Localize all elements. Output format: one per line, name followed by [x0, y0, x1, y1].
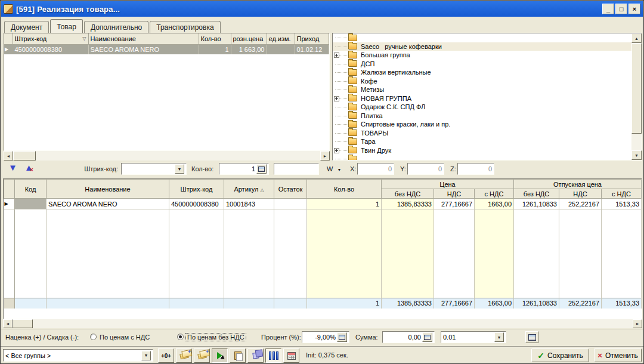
- tree-item[interactable]: Кофе: [333, 77, 631, 86]
- cell-stock[interactable]: [274, 199, 307, 209]
- cell-unit[interactable]: [267, 44, 295, 54]
- chevron-down-icon[interactable]: ▼: [141, 351, 151, 360]
- x-field[interactable]: 0: [357, 163, 394, 175]
- col-header-price-vat[interactable]: НДС: [434, 189, 475, 199]
- scroll-left-icon[interactable]: ◄: [4, 151, 13, 161]
- close-button[interactable]: ×: [628, 4, 640, 14]
- barcode-combo[interactable]: ▼: [121, 163, 187, 175]
- col-header-sale-withvat[interactable]: с НДС: [602, 189, 642, 199]
- col-header-qty[interactable]: Кол-во: [307, 180, 382, 199]
- col-header-price-withvat[interactable]: с НДС: [475, 189, 514, 199]
- tab-additional[interactable]: Дополнительно: [84, 21, 148, 33]
- tree-item[interactable]: Спиртовые краски, лаки и пр.: [333, 120, 631, 129]
- cell-barcode[interactable]: 4500000008380: [13, 44, 88, 54]
- maximize-button[interactable]: □: [615, 4, 627, 14]
- cell-qty[interactable]: 1: [307, 199, 382, 209]
- run-selection-button[interactable]: [212, 348, 228, 363]
- table-row[interactable]: ▶ 4500000008380 SAECO AROMA NERO 1 1 663…: [4, 44, 329, 54]
- expand-icon[interactable]: [334, 96, 339, 101]
- main-grid-hscrollbar[interactable]: ◄ ►: [3, 319, 642, 328]
- calculator-icon[interactable]: [337, 332, 347, 342]
- expand-icon[interactable]: [334, 53, 339, 58]
- qty-entry-field[interactable]: 1: [219, 163, 269, 175]
- add-item-alt-button[interactable]: +: [194, 348, 210, 363]
- scroll-down-icon[interactable]: ▼: [631, 150, 642, 160]
- cell-name[interactable]: SAECO AROMA NERO: [88, 44, 199, 54]
- chevron-down-icon[interactable]: ▼: [175, 164, 184, 174]
- col-header-sale-novat[interactable]: без НДС: [514, 189, 559, 199]
- filter-set-icon[interactable]: ▼: [8, 163, 17, 172]
- group-header-sale-price[interactable]: Отпускная цена: [514, 180, 642, 189]
- scroll-left-icon[interactable]: ◄: [3, 319, 13, 328]
- tree-item[interactable]: ДСП: [333, 60, 631, 69]
- col-header-name[interactable]: Наименование: [47, 180, 169, 199]
- col-header-stock[interactable]: Остаток: [274, 180, 307, 199]
- cell-sale-withvat[interactable]: 1513,33: [602, 199, 642, 209]
- tab-transport[interactable]: Транспортировка: [150, 21, 220, 33]
- chevron-down-icon[interactable]: ▼: [494, 332, 504, 342]
- paste-button[interactable]: [230, 348, 246, 363]
- percent-field[interactable]: -9,00%: [302, 331, 349, 343]
- scroll-up-icon[interactable]: ▲: [631, 33, 642, 43]
- col-header-retail-price[interactable]: розн.цена: [231, 33, 267, 44]
- rounding-combo[interactable]: 0.01 ▼: [441, 331, 506, 343]
- minimize-button[interactable]: _: [602, 4, 614, 14]
- cell-sale-novat[interactable]: 1261,10833: [514, 199, 559, 209]
- cancel-button[interactable]: × Отменить: [594, 348, 642, 362]
- col-header-sale-vat[interactable]: НДС: [559, 189, 602, 199]
- col-header-unit[interactable]: ед.изм.: [267, 33, 295, 44]
- radio-prices-no-vat-label[interactable]: По ценам без НДС: [186, 334, 246, 341]
- tree-item[interactable]: Одарюк С.К. СПД ФЛ: [333, 103, 631, 112]
- scroll-right-icon[interactable]: ►: [633, 319, 642, 328]
- cell-price-vat[interactable]: 277,16667: [434, 199, 475, 209]
- tree-item[interactable]: Жалюзи вертикальные: [333, 68, 631, 77]
- cell-name[interactable]: SAECO AROMA NERO: [47, 199, 169, 209]
- reset-qty-button[interactable]: +0+: [158, 348, 174, 363]
- col-header-qty[interactable]: Кол-во: [199, 33, 231, 44]
- radio-prices-no-vat[interactable]: [177, 334, 184, 340]
- table-row[interactable]: ▶ SAECO AROMA NERO 4500000008380 1000184…: [4, 199, 642, 209]
- cell-code[interactable]: [15, 199, 47, 209]
- tree-item[interactable]: ТОВАРЫ: [333, 129, 631, 138]
- y-field[interactable]: 0: [407, 163, 444, 175]
- group-header-price[interactable]: Цена: [382, 180, 514, 189]
- col-header-price-novat[interactable]: без НДС: [382, 189, 434, 199]
- cell-barcode[interactable]: 4500000008380: [169, 199, 224, 209]
- tree-item[interactable]: Плитка: [333, 112, 631, 121]
- left-grid-hscrollbar[interactable]: ◄ ►: [4, 151, 330, 161]
- tab-goods[interactable]: Товар: [50, 19, 83, 33]
- cell-qty[interactable]: 1: [199, 44, 231, 54]
- tree-item[interactable]: Метизы: [333, 85, 631, 94]
- save-button[interactable]: ✓ Сохранить: [531, 348, 589, 362]
- sum-field[interactable]: 0,00: [382, 331, 435, 343]
- recalculate-button[interactable]: [525, 331, 538, 343]
- radio-prices-with-vat[interactable]: [90, 334, 97, 340]
- filter-clear-icon[interactable]: ▲ ×: [24, 163, 33, 172]
- add-item-button[interactable]: +: [176, 348, 192, 363]
- tree-item[interactable]: НОВАЯ ГРУППА: [333, 94, 631, 103]
- w-dropdown[interactable]: W ▼: [327, 165, 341, 172]
- tree-item-selected[interactable]: Saeco ручные кофеварки: [333, 42, 631, 51]
- col-header-name[interactable]: Наименование: [88, 33, 199, 44]
- expand-icon[interactable]: [334, 148, 339, 153]
- col-header-barcode[interactable]: Штрих-код ▽: [13, 33, 88, 44]
- tree-item[interactable]: [333, 33, 631, 42]
- tab-document[interactable]: Документ: [4, 21, 49, 33]
- col-header-income-date[interactable]: Приход: [295, 33, 329, 44]
- price-table-button[interactable]: [283, 348, 299, 363]
- cell-price-withvat[interactable]: 1663,00: [475, 199, 514, 209]
- groups-filter-combo[interactable]: < Все группы > ▼: [3, 349, 153, 362]
- calculator-icon[interactable]: [256, 164, 267, 174]
- col-header-barcode[interactable]: Штрих-код: [169, 180, 224, 199]
- cell-income-date[interactable]: 01.02.12: [295, 44, 329, 54]
- z-field[interactable]: 0: [457, 163, 494, 175]
- radio-prices-with-vat-label[interactable]: По ценам с НДС: [100, 334, 150, 341]
- scroll-thumb[interactable]: [631, 43, 642, 134]
- tree-item[interactable]: [333, 155, 631, 160]
- scroll-right-icon[interactable]: ►: [320, 151, 330, 161]
- tree-vscrollbar[interactable]: ▲ ▼: [631, 33, 642, 160]
- calculator-icon[interactable]: [422, 332, 432, 342]
- cell-sale-vat[interactable]: 252,22167: [559, 199, 602, 209]
- col-header-code[interactable]: Код: [15, 180, 47, 199]
- columns-view-button[interactable]: [265, 348, 281, 363]
